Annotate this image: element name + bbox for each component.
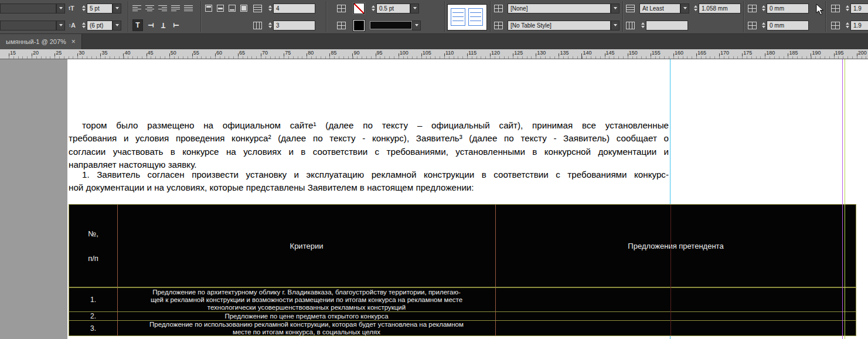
proposal-cell[interactable] <box>496 312 856 320</box>
chevron-down-icon[interactable] <box>113 21 121 30</box>
valign-bottom-icon[interactable] <box>229 5 236 12</box>
text-rotation-0-icon[interactable]: T <box>132 19 143 31</box>
font-style-dropdown[interactable] <box>0 19 65 31</box>
row-height-control[interactable]: 1.058 mm <box>692 2 741 14</box>
close-icon[interactable]: × <box>72 38 76 46</box>
criteria-line: Предложение по архитектурному облику г. … <box>152 289 461 296</box>
align-center-icon[interactable] <box>145 5 154 12</box>
table-header-num[interactable]: №, п/п <box>69 205 118 287</box>
criteria-line: технологически усовершенствованных рекла… <box>207 304 406 311</box>
criteria-line: щей к рекламной конструкции и возможност… <box>151 296 462 304</box>
valign-top-icon[interactable] <box>205 5 212 12</box>
document-tab[interactable]: ымянный-1 @ 207% × <box>0 34 82 49</box>
chevron-down-icon[interactable] <box>56 4 65 13</box>
table-rows-input[interactable]: 4 <box>273 4 315 13</box>
header-criteria-label: Критерии <box>290 242 324 250</box>
text-rotation-90-icon[interactable]: T <box>145 19 156 31</box>
table-columns-input[interactable]: 3 <box>273 21 315 30</box>
divider <box>743 1 744 32</box>
spread-page-right <box>468 8 483 26</box>
document-viewport[interactable]: тором было размещено на официальном сайт… <box>0 59 868 339</box>
align-right-icon[interactable] <box>158 5 167 12</box>
ruler-number: 70 <box>262 50 268 56</box>
table-rows-control[interactable]: 4 <box>267 2 315 14</box>
ruler-number: 180 <box>766 50 775 56</box>
ruler-number: 115 <box>468 50 476 56</box>
table-row[interactable]: 3.Предложение по использованию рекламной… <box>69 320 856 335</box>
justify-last-left-icon[interactable] <box>171 5 180 12</box>
text-rotation-180-icon[interactable]: T <box>158 19 169 31</box>
align-left-icon[interactable] <box>132 5 141 12</box>
table-header-row[interactable]: №, п/п Критерии Предложения претендента <box>69 205 856 288</box>
leading-stepper[interactable]: (6 pt) <box>80 19 121 31</box>
text-rotation-270-icon[interactable]: T <box>171 19 182 31</box>
cell-inset-right-control[interactable]: 1.9 <box>844 2 868 14</box>
cell-inset-right-input[interactable]: 1.9 <box>850 4 868 13</box>
chevron-down-icon[interactable] <box>410 4 419 13</box>
ruler-number: 55 <box>193 50 199 56</box>
ruler-number: 80 <box>308 50 314 56</box>
font-size-input[interactable]: 5 pt <box>87 4 113 13</box>
criteria-cell[interactable]: Предложение по архитектурному облику г. … <box>118 288 496 311</box>
ruler-number: 20 <box>33 50 39 56</box>
leading-input[interactable]: (6 pt) <box>87 21 113 30</box>
cell-stroke-color-swatch[interactable] <box>353 2 365 14</box>
stroke-weight-control[interactable]: 0.5 pt <box>370 2 419 14</box>
row-number-cell[interactable]: 1. <box>69 288 118 311</box>
row-height-mode-dropdown[interactable]: At Least <box>639 2 689 14</box>
font-size-stepper[interactable]: 5 pt <box>80 2 121 14</box>
table-header-criteria[interactable]: Критерии <box>118 205 496 287</box>
horizontal-ruler[interactable]: 1520253035404550556065707580859095100105… <box>0 49 868 59</box>
cell-style-dropdown[interactable]: [None] <box>508 2 619 14</box>
green-guide[interactable] <box>845 59 845 339</box>
row-height-mode-value[interactable]: At Least <box>639 4 680 13</box>
cell-inset-top-control[interactable]: 0 mm <box>760 2 809 14</box>
valign-justify-icon[interactable] <box>240 5 247 12</box>
cell-inset-left-input[interactable]: 0 mm <box>767 21 809 30</box>
table-header-proposals[interactable]: Предложения претендента <box>496 205 856 287</box>
criteria-cell[interactable]: Предложение по цене предмета открытого к… <box>118 312 496 320</box>
cell-inset-left-control[interactable]: 0 mm <box>760 19 809 31</box>
row-number-cell[interactable]: 3. <box>69 321 118 336</box>
proposal-cell[interactable] <box>496 321 856 336</box>
cell-inset-top-input[interactable]: 0 mm <box>767 4 809 13</box>
cell-inset-bottom-control[interactable]: 1.9 <box>844 19 868 31</box>
spread-preview-widget[interactable] <box>447 4 487 30</box>
paragraph-intro[interactable]: тором было размещено на официальном сайт… <box>69 119 669 171</box>
stroke-weight-input[interactable]: 0.5 pt <box>376 4 410 13</box>
table-style-value[interactable]: [No Table Style] <box>508 21 611 30</box>
row-number-cell[interactable]: 2. <box>69 312 118 320</box>
cell-fill-color-swatch[interactable] <box>353 19 365 31</box>
criteria-cell[interactable]: Предложение по использованию рекламной к… <box>118 321 496 336</box>
ruler-number: 75 <box>285 50 291 56</box>
document-tab-title: ымянный-1 @ 207% <box>6 38 66 45</box>
column-width-input[interactable] <box>646 21 688 30</box>
stroke-type-dropdown[interactable] <box>370 19 421 31</box>
chevron-down-icon[interactable] <box>611 4 619 13</box>
divider <box>444 1 445 32</box>
chevron-down-icon[interactable] <box>680 4 689 13</box>
chevron-down-icon[interactable] <box>611 21 619 30</box>
table-columns-control[interactable]: 3 <box>267 19 315 31</box>
chevron-down-icon[interactable] <box>412 21 421 30</box>
header-proposals-label: Предложения претендента <box>628 242 723 250</box>
ruler-number: 50 <box>171 50 176 56</box>
proposal-cell[interactable] <box>496 288 856 311</box>
margin-guide[interactable] <box>842 59 843 339</box>
table-style-dropdown[interactable]: [No Table Style] <box>508 19 619 31</box>
row-height-input[interactable]: 1.058 mm <box>699 4 741 13</box>
cell-inset-bottom-input[interactable]: 1.9 <box>850 21 868 30</box>
justify-all-icon[interactable] <box>184 5 193 12</box>
valign-center-icon[interactable] <box>217 5 224 12</box>
chevron-down-icon[interactable] <box>113 4 121 13</box>
table-row[interactable]: 2.Предложение по цене предмета открытого… <box>69 311 856 320</box>
proposal-table[interactable]: №, п/п Критерии Предложения претендента … <box>69 204 856 336</box>
cell-inset-bottom-icon <box>831 19 840 31</box>
font-family-dropdown[interactable] <box>0 2 65 14</box>
paragraph-item1[interactable]: 1. Заявитель согласен произвести установ… <box>69 168 669 195</box>
table-row[interactable]: 1.Предложение по архитектурному облику г… <box>69 288 856 311</box>
column-width-control[interactable] <box>639 19 688 31</box>
cell-style-value[interactable]: [None] <box>508 4 611 13</box>
divider <box>326 1 327 32</box>
chevron-down-icon[interactable] <box>56 21 65 30</box>
